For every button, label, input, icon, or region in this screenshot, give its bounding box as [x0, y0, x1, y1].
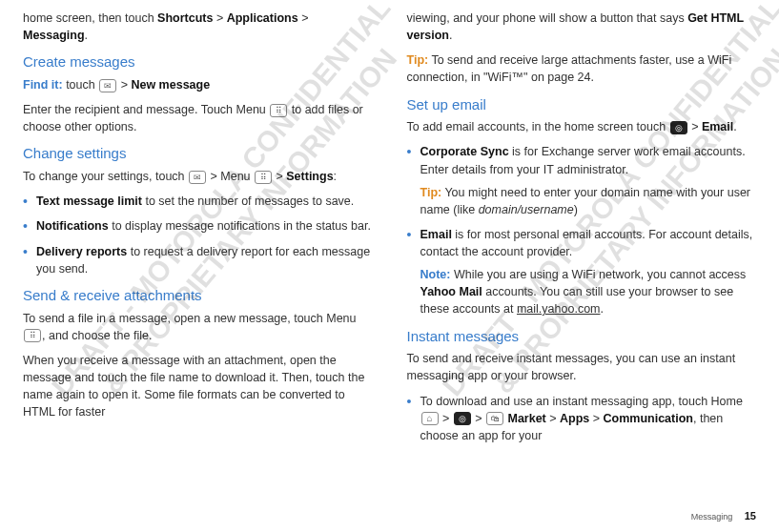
settings-bullets: Text message limit to set the number of …	[23, 193, 373, 277]
messaging-icon: ✉	[189, 171, 206, 184]
list-item: Notifications to display message notific…	[23, 217, 373, 235]
list-item: Corporate Sync is for Exchange server wo…	[407, 143, 757, 218]
list-item: Delivery reports to request a delivery r…	[23, 243, 373, 277]
menu-icon: ⠿	[24, 329, 41, 342]
list-item: Text message limit to set the number of …	[23, 193, 373, 210]
list-item: To download and use an instant messaging…	[407, 393, 757, 444]
intro-continuation: home screen, then touch Shortcuts > Appl…	[23, 10, 373, 44]
heading-instant-messages: Instant messages	[407, 326, 757, 347]
change-intro: To change your settings, touch ✉ > Menu …	[23, 168, 373, 185]
im-bullets: To download and use an instant messaging…	[407, 393, 757, 444]
home-icon: ⌂	[421, 412, 439, 425]
send-p2: When you receive a message with an attac…	[23, 352, 373, 421]
messaging-icon: ✉	[99, 79, 116, 92]
market-icon: 🛍	[486, 412, 503, 425]
footer-page-number: 15	[745, 510, 756, 522]
launcher-icon: ◎	[670, 121, 687, 134]
heading-create-messages: Create messages	[23, 51, 373, 72]
heading-change-settings: Change settings	[23, 143, 373, 164]
email-note: Note: While you are using a WiFi network…	[420, 266, 757, 317]
send-p1: To send a file in a message, open a new …	[23, 310, 373, 344]
page-footer: Messaging 15	[691, 509, 756, 524]
menu-icon: ⠿	[270, 104, 287, 117]
heading-setup-email: Set up email	[407, 94, 757, 115]
setup-intro: To add email accounts, in the home scree…	[407, 118, 757, 135]
corporate-tip: Tip: You might need to enter your domain…	[420, 184, 757, 218]
list-item: Email is for most personal email account…	[407, 226, 757, 318]
email-bullets: Corporate Sync is for Exchange server wo…	[407, 143, 757, 317]
footer-section: Messaging	[691, 512, 733, 522]
launcher-icon: ◎	[454, 412, 471, 425]
col2-continuation: viewing, and your phone will show a butt…	[407, 10, 757, 44]
findit-line: Find it: touch ✉ > New message	[23, 76, 373, 93]
page-body: home screen, then touch Shortcuts > Appl…	[0, 0, 779, 496]
tip-line: Tip: To send and receive large attachmen…	[407, 51, 757, 86]
heading-send-receive: Send & receive attachments	[23, 285, 373, 306]
im-intro: To send and receive instant messages, yo…	[407, 350, 757, 384]
menu-icon: ⠿	[255, 171, 272, 184]
create-body: Enter the recipient and message. Touch M…	[23, 101, 373, 135]
